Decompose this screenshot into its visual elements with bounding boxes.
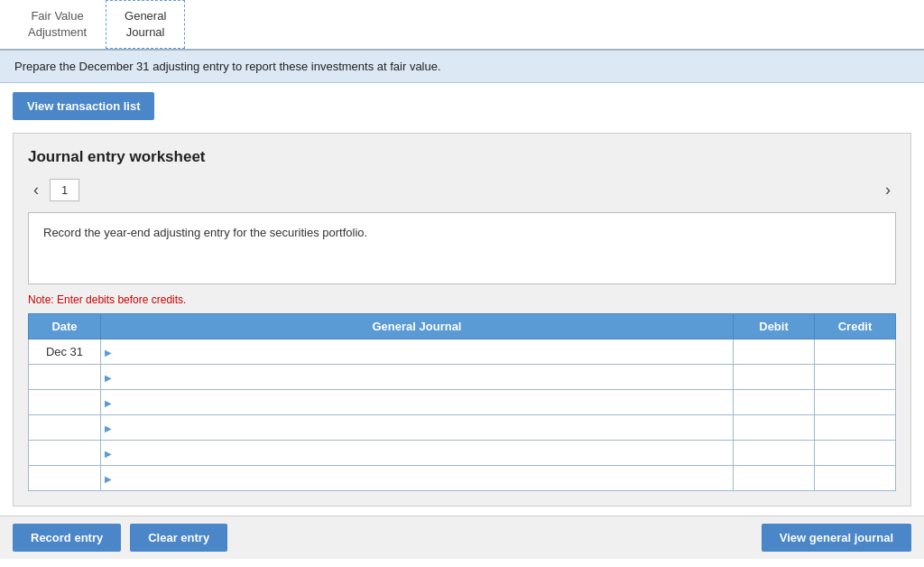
nav-row: ‹ 1 › (28, 179, 896, 201)
credit-input-2[interactable] (815, 390, 895, 414)
credit-cell-5[interactable] (815, 466, 896, 491)
debit-input-5[interactable] (734, 466, 814, 490)
table-row (29, 390, 896, 415)
gj-input-0[interactable] (101, 339, 733, 364)
description-text: Record the year-end adjusting entry for … (43, 226, 367, 239)
col-header-debit: Debit (734, 314, 815, 339)
debit-input-0[interactable] (734, 339, 814, 364)
col-header-date: Date (29, 314, 101, 339)
debit-cell-3[interactable] (734, 415, 815, 441)
date-cell-5 (29, 466, 101, 491)
credit-cell-4[interactable] (815, 441, 896, 466)
date-cell-4 (29, 441, 101, 466)
credit-cell-3[interactable] (815, 415, 896, 441)
date-cell-3 (29, 415, 101, 441)
prev-page-button[interactable]: ‹ (28, 179, 44, 201)
debit-input-3[interactable] (734, 415, 814, 440)
gj-input-5[interactable] (101, 466, 733, 490)
instruction-bar: Prepare the December 31 adjusting entry … (0, 51, 924, 83)
credit-input-0[interactable] (815, 339, 895, 364)
credit-input-3[interactable] (815, 415, 895, 440)
credit-input-1[interactable] (815, 365, 895, 389)
table-row (29, 466, 896, 491)
view-transaction-button[interactable]: View transaction list (13, 92, 154, 120)
gj-input-4[interactable] (101, 441, 733, 465)
next-page-button[interactable]: › (880, 179, 896, 201)
instruction-text: Prepare the December 31 adjusting entry … (14, 60, 441, 73)
clear-entry-button[interactable]: Clear entry (130, 524, 227, 552)
credit-cell-0[interactable] (815, 339, 896, 365)
debit-cell-2[interactable] (734, 390, 815, 415)
debit-cell-0[interactable] (734, 339, 815, 365)
gj-input-3[interactable] (101, 415, 733, 440)
gj-cell-2[interactable] (101, 390, 734, 415)
gj-cell-4[interactable] (101, 441, 734, 466)
page-number: 1 (50, 179, 79, 201)
gj-cell-5[interactable] (101, 466, 734, 491)
credit-input-4[interactable] (815, 441, 895, 465)
record-entry-button[interactable]: Record entry (13, 524, 121, 552)
date-cell-2 (29, 390, 101, 415)
debit-cell-4[interactable] (734, 441, 815, 466)
debit-input-2[interactable] (734, 390, 814, 414)
debit-input-1[interactable] (734, 365, 814, 389)
table-row (29, 365, 896, 390)
tabs-container: Fair Value Adjustment General Journal (0, 0, 924, 51)
description-box: Record the year-end adjusting entry for … (28, 212, 896, 284)
view-general-journal-button[interactable]: View general journal (762, 524, 911, 552)
table-row: Dec 31 (29, 339, 896, 365)
worksheet-container: Journal entry worksheet ‹ 1 › Record the… (13, 133, 911, 507)
debit-cell-5[interactable] (734, 466, 815, 491)
bottom-buttons: Record entry Clear entry View general jo… (0, 516, 924, 559)
debit-cell-1[interactable] (734, 365, 815, 390)
journal-table: Date General Journal Debit Credit Dec 31 (28, 313, 896, 491)
tab-fair-value[interactable]: Fair Value Adjustment (9, 0, 106, 49)
table-row (29, 415, 896, 441)
col-header-credit: Credit (815, 314, 896, 339)
credit-cell-1[interactable] (815, 365, 896, 390)
credit-input-5[interactable] (815, 466, 895, 490)
tab-general-journal[interactable]: General Journal (106, 0, 185, 49)
gj-cell-1[interactable] (101, 365, 734, 390)
credit-cell-2[interactable] (815, 390, 896, 415)
gj-input-2[interactable] (101, 390, 733, 414)
debit-input-4[interactable] (734, 441, 814, 465)
date-cell-1 (29, 365, 101, 390)
date-cell-0: Dec 31 (29, 339, 101, 365)
gj-cell-3[interactable] (101, 415, 734, 441)
col-header-gj: General Journal (101, 314, 734, 339)
gj-cell-0[interactable] (101, 339, 734, 365)
table-row (29, 441, 896, 466)
gj-input-1[interactable] (101, 365, 733, 389)
worksheet-title: Journal entry worksheet (28, 148, 896, 166)
note-text: Note: Enter debits before credits. (28, 293, 896, 306)
